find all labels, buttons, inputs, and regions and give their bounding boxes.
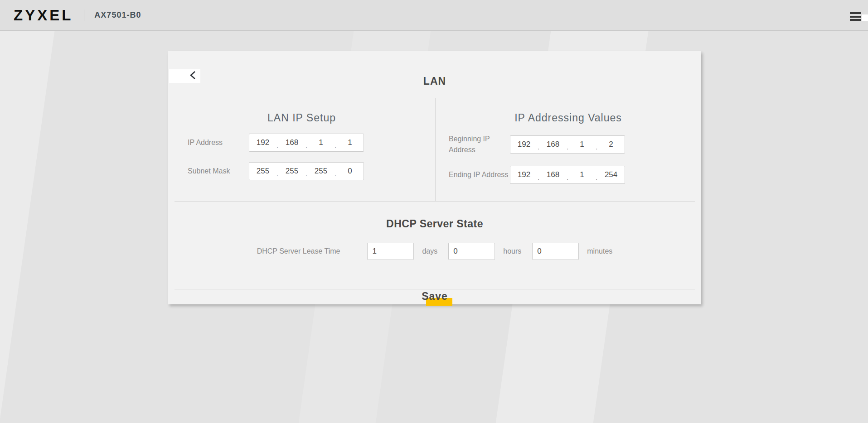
header-divider [84, 10, 84, 21]
lease-hours-unit: hours [503, 247, 521, 255]
lan-settings-card: LAN LAN IP Setup IP Address 192 . 168 . … [168, 51, 701, 304]
back-button[interactable] [169, 69, 200, 83]
ip-octet[interactable]: 168 [539, 170, 567, 179]
subnet-mask-row: Subnet Mask 255 . 255 . 255 . 0 [188, 162, 435, 180]
menu-hamburger-icon[interactable] [850, 12, 861, 21]
ip-octet[interactable]: 168 [539, 140, 567, 149]
ip-octet[interactable]: 255 [278, 167, 305, 176]
dhcp-lease-time-row: DHCP Server Lease Time days hours minute… [168, 243, 701, 260]
save-button-label: Save [422, 290, 448, 302]
ending-ip-label: Ending IP Address [449, 169, 510, 180]
ip-octet[interactable]: 192 [510, 140, 538, 149]
subnet-mask-input[interactable]: 255 . 255 . 255 . 0 [249, 162, 364, 180]
dhcp-lease-time-label: DHCP Server Lease Time [257, 247, 340, 255]
chevron-left-icon [190, 71, 196, 81]
ip-octet[interactable]: 192 [510, 170, 538, 179]
ip-octet[interactable]: 255 [307, 167, 335, 176]
edge-sliver [862, 14, 868, 21]
save-area: Save [168, 289, 701, 303]
beginning-ip-input[interactable]: 192 . 168 . 1 . 2 [510, 135, 625, 154]
dhcp-server-state-section: DHCP Server State DHCP Server Lease Time… [168, 202, 701, 289]
lan-ip-setup-heading: LAN IP Setup [168, 98, 435, 124]
top-bar: ZYXEL AX7501-B0 [0, 0, 868, 31]
dhcp-server-state-heading: DHCP Server State [168, 202, 701, 230]
zyxel-logo: ZYXEL [14, 7, 73, 24]
ip-octet[interactable]: 0 [336, 167, 364, 176]
ip-addressing-values-section: IP Addressing Values Beginning IP Addres… [436, 98, 701, 201]
background-stripe [0, 0, 59, 423]
ending-ip-row: Ending IP Address 192 . 168 . 1 . 254 [449, 166, 701, 184]
hamburger-bar [850, 19, 861, 21]
beginning-ip-label: Beginning IP Address [449, 134, 510, 155]
ip-octet[interactable]: 1 [307, 138, 335, 147]
hamburger-bar [850, 12, 861, 14]
lease-days-unit: days [422, 247, 437, 255]
ip-address-input[interactable]: 192 . 168 . 1 . 1 [249, 134, 364, 152]
page-title: LAN [168, 51, 701, 87]
ip-addressing-values-heading: IP Addressing Values [436, 98, 701, 124]
ip-octet[interactable]: 254 [597, 170, 625, 179]
subnet-mask-label: Subnet Mask [188, 166, 249, 177]
ip-octet[interactable]: 2 [597, 140, 625, 149]
lan-ip-setup-section: LAN IP Setup IP Address 192 . 168 . 1 . … [168, 98, 436, 201]
ending-ip-input[interactable]: 192 . 168 . 1 . 254 [510, 166, 625, 184]
hamburger-bar [850, 16, 861, 18]
ip-octet[interactable]: 1 [568, 140, 596, 149]
lease-minutes-input[interactable] [532, 243, 579, 260]
ip-address-label: IP Address [188, 137, 249, 148]
ip-octet[interactable]: 255 [249, 167, 276, 176]
save-button[interactable]: Save [422, 290, 448, 303]
lease-minutes-unit: minutes [587, 247, 612, 255]
ip-octet[interactable]: 1 [568, 170, 596, 179]
lease-days-input[interactable] [367, 243, 414, 260]
device-model-label: AX7501-B0 [94, 10, 141, 20]
beginning-ip-row: Beginning IP Address 192 . 168 . 1 . 2 [449, 134, 701, 155]
card-header: LAN [168, 51, 701, 98]
ip-octet[interactable]: 168 [278, 138, 305, 147]
ip-address-row: IP Address 192 . 168 . 1 . 1 [188, 134, 435, 152]
ip-octet[interactable]: 192 [249, 138, 276, 147]
ip-octet[interactable]: 1 [336, 138, 364, 147]
lease-hours-input[interactable] [448, 243, 495, 260]
ip-settings-columns: LAN IP Setup IP Address 192 . 168 . 1 . … [168, 98, 701, 201]
